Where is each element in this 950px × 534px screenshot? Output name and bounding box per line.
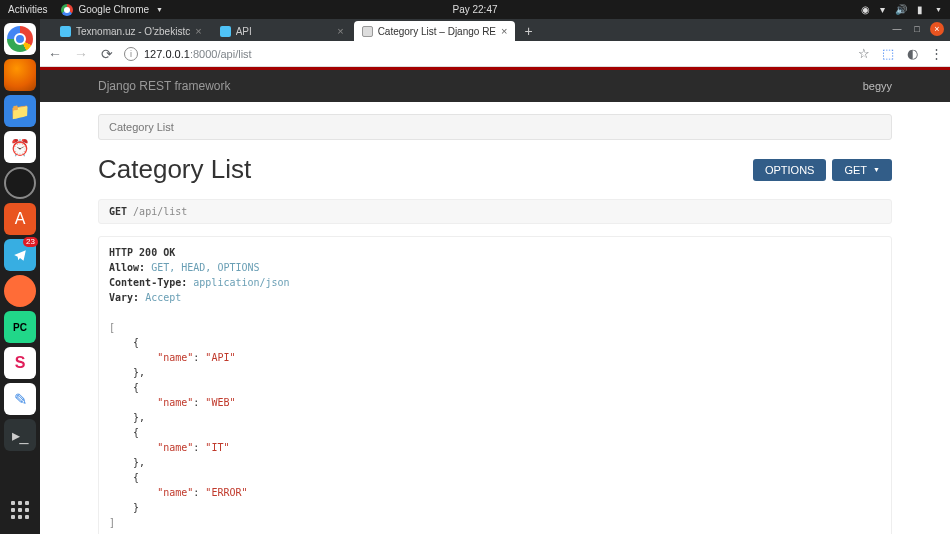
breadcrumb[interactable]: Category List	[98, 114, 892, 140]
tab-1[interactable]: API ×	[212, 21, 352, 41]
translate-icon[interactable]: ⬚	[880, 46, 896, 62]
dock-spotify[interactable]	[4, 167, 36, 199]
chevron-down-icon: ▼	[873, 166, 880, 173]
window-maximize[interactable]: □	[910, 22, 924, 36]
response-body: HTTP 200 OK Allow: GET, HEAD, OPTIONS Co…	[98, 236, 892, 534]
vary-value: Accept	[145, 292, 181, 303]
star-icon[interactable]: ☆	[856, 46, 872, 62]
json-key: "name"	[157, 442, 193, 453]
get-button-label: GET	[844, 164, 867, 176]
app-menu[interactable]: Google Chrome ▼	[61, 4, 163, 16]
ctype-label: Content-Type:	[109, 277, 187, 288]
tab-close-icon[interactable]: ×	[501, 25, 507, 37]
dock-slack[interactable]: S	[4, 347, 36, 379]
dock-firefox[interactable]	[4, 59, 36, 91]
wifi-icon[interactable]: ▾	[880, 4, 885, 15]
allow-label: Allow:	[109, 262, 145, 273]
dock: 📁 ⏰ A 23 PC S ✎ ▸_	[0, 19, 40, 534]
tab-2-active[interactable]: Category List – Django RE ×	[354, 21, 516, 41]
dock-app-1[interactable]: ⏰	[4, 131, 36, 163]
favicon-icon	[220, 26, 231, 37]
clock[interactable]: Pay 22:47	[452, 4, 497, 15]
favicon-icon	[60, 26, 71, 37]
json-value: "ERROR"	[205, 487, 247, 498]
dock-telegram[interactable]: 23	[4, 239, 36, 271]
tab-title: API	[236, 26, 333, 37]
dock-apps-grid[interactable]	[4, 494, 36, 526]
tab-0[interactable]: Texnoman.uz - O'zbekistc ×	[52, 21, 210, 41]
response-status: HTTP 200 OK	[109, 247, 175, 258]
drf-brand-link[interactable]: Django REST framework	[98, 79, 231, 93]
tab-title: Category List – Django RE	[378, 26, 496, 37]
tab-close-icon[interactable]: ×	[195, 25, 201, 37]
dock-software[interactable]: A	[4, 203, 36, 235]
page-title: Category List	[98, 154, 251, 185]
url-host: 127.0.0.1	[144, 48, 190, 60]
allow-value: GET, HEAD, OPTIONS	[151, 262, 259, 273]
favicon-icon	[362, 26, 373, 37]
window-close[interactable]: ×	[930, 22, 944, 36]
json-key: "name"	[157, 487, 193, 498]
vary-label: Vary:	[109, 292, 139, 303]
forward-button[interactable]: →	[72, 45, 90, 63]
drf-user[interactable]: begyy	[863, 80, 892, 92]
telegram-badge: 23	[23, 237, 38, 247]
menu-icon[interactable]: ⋮	[928, 46, 944, 62]
options-button[interactable]: OPTIONS	[753, 159, 827, 181]
system-menu-icon[interactable]: ▼	[935, 6, 942, 13]
tab-close-icon[interactable]: ×	[337, 25, 343, 37]
dock-terminal[interactable]: ▸_	[4, 419, 36, 451]
browser-window: Texnoman.uz - O'zbekistc × API × Categor…	[40, 19, 950, 534]
page-content: Django REST framework begyy Category Lis…	[40, 67, 950, 534]
url-path: :8000/api/list	[190, 48, 252, 60]
json-key: "name"	[157, 352, 193, 363]
site-info-icon[interactable]: i	[124, 47, 138, 61]
dock-gedit[interactable]: ✎	[4, 383, 36, 415]
volume-icon[interactable]: 🔊	[895, 4, 907, 15]
request-method: GET	[109, 206, 127, 217]
request-path: /api/list	[133, 206, 187, 217]
tab-strip: Texnoman.uz - O'zbekistc × API × Categor…	[40, 19, 950, 41]
dock-chrome[interactable]	[4, 23, 36, 55]
json-key: "name"	[157, 397, 193, 408]
profile-icon[interactable]: ◐	[904, 46, 920, 62]
tray-icon[interactable]: ◉	[861, 4, 870, 15]
dock-pycharm[interactable]: PC	[4, 311, 36, 343]
app-menu-label: Google Chrome	[78, 4, 149, 15]
dock-files[interactable]: 📁	[4, 95, 36, 127]
request-line: GET /api/list	[98, 199, 892, 224]
address-bar: ← → ⟳ i 127.0.0.1:8000/api/list ☆ ⬚ ◐ ⋮	[40, 41, 950, 67]
new-tab-button[interactable]: +	[517, 21, 539, 41]
json-value: "IT"	[205, 442, 229, 453]
telegram-icon	[13, 248, 27, 262]
chevron-down-icon: ▼	[156, 6, 163, 13]
json-value: "API"	[205, 352, 235, 363]
drf-navbar: Django REST framework begyy	[40, 70, 950, 102]
json-value: "WEB"	[205, 397, 235, 408]
ctype-value: application/json	[193, 277, 289, 288]
url-input[interactable]: i 127.0.0.1:8000/api/list	[124, 47, 848, 61]
battery-icon[interactable]: ▮	[917, 4, 923, 15]
get-button[interactable]: GET ▼	[832, 159, 892, 181]
dock-postman[interactable]	[4, 275, 36, 307]
activities-button[interactable]: Activities	[8, 4, 47, 15]
gnome-top-bar: Activities Google Chrome ▼ Pay 22:47 ◉ ▾…	[0, 0, 950, 19]
window-minimize[interactable]: —	[890, 22, 904, 36]
back-button[interactable]: ←	[46, 45, 64, 63]
tab-title: Texnoman.uz - O'zbekistc	[76, 26, 190, 37]
chrome-icon	[61, 4, 73, 16]
reload-button[interactable]: ⟳	[98, 45, 116, 63]
